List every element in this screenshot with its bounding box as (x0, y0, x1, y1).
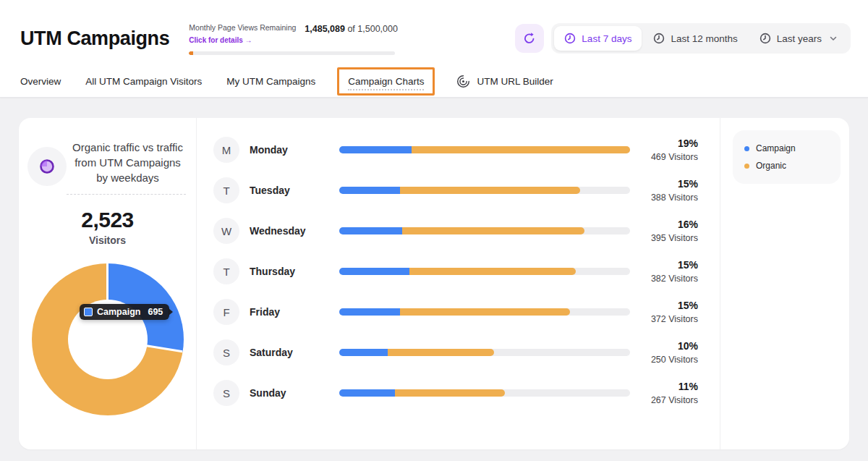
row-stats: 15% 388 Visitors (640, 177, 698, 204)
usage-progressbar (189, 51, 395, 55)
day-initial: T (223, 185, 229, 197)
row-stats: 15% 372 Visitors (640, 299, 698, 326)
time-filter-label: Last 12 months (671, 33, 737, 44)
day-initial-badge: S (213, 380, 239, 406)
time-filter-label: Last years (777, 33, 822, 44)
bar-segment-campaign[interactable] (339, 389, 395, 397)
bar-segment-campaign[interactable] (339, 187, 400, 194)
row-stats: 19% 469 Visitors (640, 137, 698, 164)
legend-item-organic[interactable]: Organic (744, 157, 829, 174)
total-visitors-label: Visitors (19, 234, 196, 246)
day-initial-badge: T (213, 177, 239, 203)
time-filter-last-years[interactable]: Last years (749, 26, 848, 51)
bar-fill (339, 268, 576, 275)
top-header: UTM Campaigns Monthly Page Views Remaini… (0, 0, 868, 98)
bar-fill (339, 227, 584, 234)
row-percent: 11% (640, 380, 698, 393)
bar-segment-organic[interactable] (409, 268, 576, 275)
day-label: Tuesday (250, 185, 329, 196)
tab-my-utm-campaigns[interactable]: My UTM Campaigns (226, 76, 315, 87)
refresh-icon (523, 32, 536, 45)
row-visitors: 250 Visitors (640, 353, 698, 366)
chevron-down-icon (829, 34, 838, 43)
time-filter-last-12-months[interactable]: Last 12 months (643, 26, 747, 51)
time-filter-last-7-days[interactable]: Last 7 days (554, 26, 642, 51)
chart-title: Organic traffic vs traffic from UTM Camp… (67, 140, 186, 195)
total-visitors-value: 2,523 (19, 208, 196, 232)
bar-segment-campaign[interactable] (339, 146, 412, 153)
row-visitors: 372 Visitors (640, 313, 698, 326)
content-area: Organic traffic vs traffic from UTM Camp… (0, 98, 868, 461)
usage-limit: of 1,500,000 (347, 24, 398, 34)
bar-segment-organic[interactable] (412, 146, 630, 153)
row-percent: 16% (640, 218, 698, 231)
weekday-row: S Saturday 10% 250 Visitors (213, 332, 698, 373)
bar-segment-campaign[interactable] (339, 308, 400, 316)
refresh-button[interactable] (515, 24, 544, 53)
day-initial: W (221, 225, 231, 237)
day-label: Thursday (250, 266, 329, 277)
bar-segment-organic[interactable] (400, 308, 570, 316)
annotation-highlight-box: Campaign Charts (337, 67, 435, 96)
utm-url-builder-icon (456, 75, 470, 88)
stacked-bar[interactable] (339, 146, 630, 153)
stacked-bar[interactable] (339, 308, 630, 316)
tab-all-utm-campaign-visitors[interactable]: All UTM Campaign Visitors (85, 76, 202, 87)
stacked-bar[interactable] (339, 268, 630, 275)
day-label: Saturday (250, 347, 329, 358)
donut-chart[interactable] (32, 263, 184, 415)
tab-overview[interactable]: Overview (20, 76, 61, 87)
bar-fill (339, 349, 494, 356)
row-stats: 15% 382 Visitors (640, 258, 698, 285)
row-percent: 15% (640, 299, 698, 312)
stacked-bar[interactable] (339, 389, 630, 397)
tab-campaign-charts[interactable]: Campaign Charts (348, 76, 424, 90)
bar-fill (339, 187, 580, 194)
bar-segment-organic[interactable] (400, 187, 580, 194)
bar-fill (339, 308, 570, 316)
tooltip-label: Campaign (97, 307, 140, 317)
day-initial: S (223, 347, 230, 359)
clock-icon (564, 33, 576, 44)
usage-widget: Monthly Page Views Remaining Click for d… (189, 22, 400, 55)
bar-segment-organic[interactable] (395, 389, 505, 397)
usage-value: 1,485,089 of 1,500,000 (305, 24, 398, 34)
tab-utm-url-builder[interactable]: UTM URL Builder (456, 75, 553, 88)
stacked-bar[interactable] (339, 227, 630, 234)
tooltip-series-swatch (84, 308, 93, 316)
stacked-bar[interactable] (339, 349, 630, 356)
day-initial: F (223, 306, 229, 318)
legend-label: Campaign (756, 143, 796, 153)
row-visitors: 388 Visitors (640, 191, 698, 204)
tooltip-value: 695 (148, 307, 163, 317)
legend-item-campaign[interactable]: Campaign (744, 140, 829, 157)
day-initial-badge: W (213, 218, 239, 244)
stacked-bar[interactable] (339, 187, 630, 194)
day-initial: S (223, 387, 230, 399)
weekday-row: T Thursday 15% 382 Visitors (213, 251, 698, 292)
bar-segment-campaign[interactable] (339, 227, 402, 234)
pie-chart-icon (39, 158, 55, 174)
day-initial-badge: T (213, 258, 239, 284)
row-visitors: 395 Visitors (640, 232, 698, 245)
time-filter-label: Last 7 days (582, 33, 631, 44)
bar-segment-campaign[interactable] (339, 268, 409, 275)
clock-icon (653, 33, 665, 44)
bar-segment-organic[interactable] (402, 227, 584, 234)
tab-label: UTM URL Builder (477, 76, 553, 87)
bar-fill (339, 146, 630, 153)
day-initial-badge: M (213, 137, 239, 163)
usage-details-link[interactable]: Click for details → (189, 36, 252, 44)
weekday-row: T Tuesday 15% 388 Visitors (213, 170, 698, 211)
day-initial-badge: F (213, 299, 239, 325)
campaign-chart-card: Organic traffic vs traffic from UTM Camp… (19, 118, 849, 449)
bar-segment-organic[interactable] (388, 349, 494, 356)
bar-segment-campaign[interactable] (339, 349, 388, 356)
day-label: Sunday (250, 387, 329, 399)
legend-column: Campaign Organic (720, 118, 849, 449)
weekday-row: M Monday 19% 469 Visitors (213, 130, 698, 170)
usage-progress-fill (189, 51, 193, 55)
day-initial: T (223, 266, 229, 278)
clock-icon (760, 33, 771, 44)
tab-bar: Overview All UTM Campaign Visitors My UT… (0, 65, 868, 98)
